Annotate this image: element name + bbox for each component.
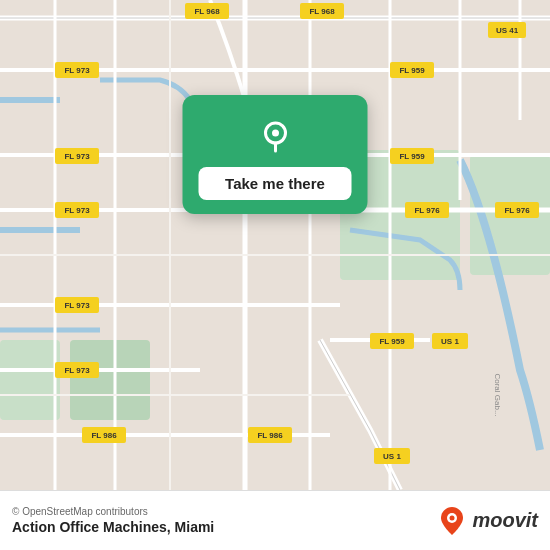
map-attribution: © OpenStreetMap contributors [12, 506, 214, 517]
svg-text:FL 968: FL 968 [309, 7, 335, 16]
svg-text:FL 973: FL 973 [64, 206, 90, 215]
bottom-bar: © OpenStreetMap contributors Action Offi… [0, 490, 550, 550]
svg-text:FL 973: FL 973 [64, 366, 90, 375]
svg-text:FL 959: FL 959 [399, 152, 425, 161]
map-container: FL 968 FL 968 US 41 FL 973 FL 973 FL 973… [0, 0, 550, 490]
svg-text:FL 973: FL 973 [64, 66, 90, 75]
svg-text:FL 973: FL 973 [64, 301, 90, 310]
svg-rect-4 [70, 340, 150, 420]
take-me-there-button[interactable]: Take me there [199, 167, 352, 200]
svg-text:US 1: US 1 [383, 452, 401, 461]
svg-text:FL 986: FL 986 [257, 431, 283, 440]
svg-point-64 [450, 515, 455, 520]
svg-text:FL 986: FL 986 [91, 431, 117, 440]
moovit-icon [436, 505, 468, 537]
moovit-logo: moovit [436, 505, 538, 537]
svg-point-62 [272, 130, 279, 137]
bottom-bar-info: © OpenStreetMap contributors Action Offi… [12, 506, 214, 535]
svg-text:US 41: US 41 [496, 26, 519, 35]
svg-text:US 1: US 1 [441, 337, 459, 346]
svg-text:FL 959: FL 959 [399, 66, 425, 75]
location-name: Action Office Machines, Miami [12, 519, 214, 535]
svg-text:Coral Gab...: Coral Gab... [493, 373, 502, 416]
location-card: Take me there [183, 95, 368, 214]
svg-text:FL 959: FL 959 [379, 337, 405, 346]
svg-text:FL 973: FL 973 [64, 152, 90, 161]
moovit-label: moovit [472, 509, 538, 532]
location-pin-icon [253, 113, 297, 157]
svg-text:FL 976: FL 976 [504, 206, 530, 215]
svg-text:FL 968: FL 968 [194, 7, 220, 16]
svg-text:FL 976: FL 976 [414, 206, 440, 215]
svg-rect-3 [0, 340, 60, 420]
